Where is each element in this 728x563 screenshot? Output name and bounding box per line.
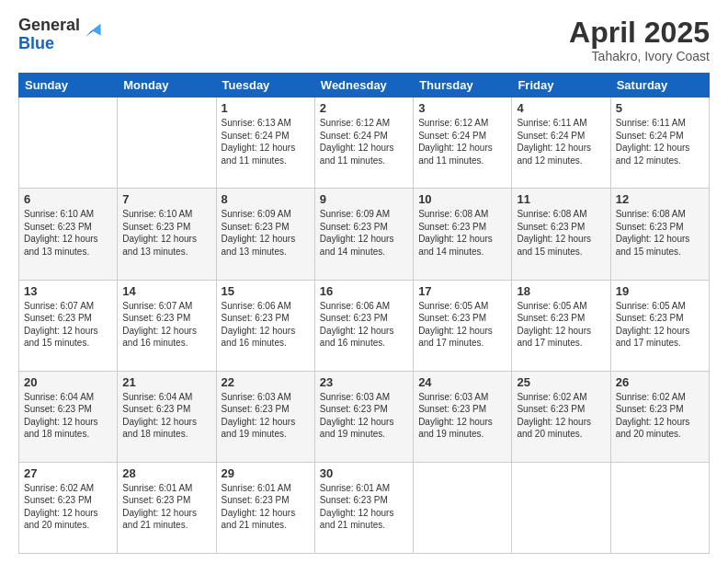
day-info: Sunrise: 6:02 AMSunset: 6:23 PMDaylight:… [24,483,98,531]
day-info: Sunrise: 6:02 AMSunset: 6:23 PMDaylight:… [517,392,591,440]
day-info: Sunrise: 6:08 AMSunset: 6:23 PMDaylight:… [616,209,690,257]
day-cell-26: 26Sunrise: 6:02 AMSunset: 6:23 PMDayligh… [610,371,709,462]
svg-marker-1 [92,23,101,34]
day-number: 25 [517,375,605,389]
day-cell-8: 8Sunrise: 6:09 AMSunset: 6:23 PMDaylight… [216,189,314,280]
logo-blue: Blue [18,35,80,53]
day-number: 9 [320,192,408,206]
day-cell-13: 13Sunrise: 6:07 AMSunset: 6:23 PMDayligh… [19,280,118,371]
day-number: 30 [320,466,408,480]
day-info: Sunrise: 6:03 AMSunset: 6:23 PMDaylight:… [320,392,394,440]
col-tuesday: Tuesday [216,74,314,98]
day-cell-6: 6Sunrise: 6:10 AMSunset: 6:23 PMDaylight… [19,189,118,280]
location-subtitle: Tahakro, Ivory Coast [569,49,710,63]
calendar-table: Sunday Monday Tuesday Wednesday Thursday… [18,73,710,554]
day-cell-29: 29Sunrise: 6:01 AMSunset: 6:23 PMDayligh… [216,462,314,553]
day-number: 1 [222,101,310,115]
day-cell-19: 19Sunrise: 6:05 AMSunset: 6:23 PMDayligh… [610,280,709,371]
day-cell-16: 16Sunrise: 6:06 AMSunset: 6:23 PMDayligh… [314,280,413,371]
day-cell-12: 12Sunrise: 6:08 AMSunset: 6:23 PMDayligh… [610,189,709,280]
day-number: 17 [418,284,506,298]
day-info: Sunrise: 6:03 AMSunset: 6:23 PMDaylight:… [222,392,296,440]
week-row-1: 1Sunrise: 6:13 AMSunset: 6:24 PMDaylight… [19,98,710,189]
day-info: Sunrise: 6:13 AMSunset: 6:24 PMDaylight:… [222,118,296,166]
day-cell-27: 27Sunrise: 6:02 AMSunset: 6:23 PMDayligh… [19,462,118,553]
week-row-3: 13Sunrise: 6:07 AMSunset: 6:23 PMDayligh… [19,280,710,371]
logo-general: General [18,17,80,35]
day-cell-5: 5Sunrise: 6:11 AMSunset: 6:24 PMDaylight… [610,98,709,189]
month-title: April 2025 [569,17,710,49]
day-cell-9: 9Sunrise: 6:09 AMSunset: 6:23 PMDaylight… [314,189,413,280]
day-info: Sunrise: 6:12 AMSunset: 6:24 PMDaylight:… [418,118,493,166]
day-cell-15: 15Sunrise: 6:06 AMSunset: 6:23 PMDayligh… [216,280,314,371]
day-number: 16 [320,284,408,298]
day-info: Sunrise: 6:01 AMSunset: 6:23 PMDaylight:… [222,483,296,531]
week-row-2: 6Sunrise: 6:10 AMSunset: 6:23 PMDaylight… [19,189,710,280]
col-monday: Monday [118,74,216,98]
logo-icon [82,20,102,40]
day-info: Sunrise: 6:11 AMSunset: 6:24 PMDaylight:… [517,118,591,166]
day-number: 27 [24,466,112,480]
day-number: 20 [24,375,112,389]
day-info: Sunrise: 6:05 AMSunset: 6:23 PMDaylight:… [616,301,690,349]
day-cell-22: 22Sunrise: 6:03 AMSunset: 6:23 PMDayligh… [216,371,314,462]
day-cell-1: 1Sunrise: 6:13 AMSunset: 6:24 PMDaylight… [216,98,314,189]
empty-cell-w0-d0 [19,98,118,189]
day-number: 8 [222,192,310,206]
day-info: Sunrise: 6:09 AMSunset: 6:23 PMDaylight:… [320,209,394,257]
empty-cell-w4-d4 [414,462,512,553]
day-cell-25: 25Sunrise: 6:02 AMSunset: 6:23 PMDayligh… [512,371,610,462]
day-cell-7: 7Sunrise: 6:10 AMSunset: 6:23 PMDaylight… [118,189,216,280]
day-cell-24: 24Sunrise: 6:03 AMSunset: 6:23 PMDayligh… [414,371,512,462]
week-row-5: 27Sunrise: 6:02 AMSunset: 6:23 PMDayligh… [19,462,710,553]
day-info: Sunrise: 6:07 AMSunset: 6:23 PMDaylight:… [122,301,197,349]
day-number: 14 [122,284,210,298]
day-cell-11: 11Sunrise: 6:08 AMSunset: 6:23 PMDayligh… [512,189,610,280]
col-sunday: Sunday [19,74,118,98]
day-number: 19 [616,284,704,298]
day-number: 18 [517,284,605,298]
header: General Blue April 2025 Tahakro, Ivory C… [18,17,710,63]
day-info: Sunrise: 6:09 AMSunset: 6:23 PMDaylight:… [222,209,296,257]
day-number: 5 [616,101,704,115]
day-info: Sunrise: 6:04 AMSunset: 6:23 PMDaylight:… [24,392,98,440]
day-cell-21: 21Sunrise: 6:04 AMSunset: 6:23 PMDayligh… [118,371,216,462]
day-info: Sunrise: 6:08 AMSunset: 6:23 PMDaylight:… [418,209,493,257]
day-info: Sunrise: 6:07 AMSunset: 6:23 PMDaylight:… [24,301,98,349]
day-cell-18: 18Sunrise: 6:05 AMSunset: 6:23 PMDayligh… [512,280,610,371]
empty-cell-w4-d5 [512,462,610,553]
day-info: Sunrise: 6:08 AMSunset: 6:23 PMDaylight:… [517,209,591,257]
day-cell-23: 23Sunrise: 6:03 AMSunset: 6:23 PMDayligh… [314,371,413,462]
day-info: Sunrise: 6:05 AMSunset: 6:23 PMDaylight:… [418,301,493,349]
day-info: Sunrise: 6:10 AMSunset: 6:23 PMDaylight:… [24,209,98,257]
day-number: 21 [122,375,210,389]
day-info: Sunrise: 6:06 AMSunset: 6:23 PMDaylight:… [222,301,296,349]
day-cell-4: 4Sunrise: 6:11 AMSunset: 6:24 PMDaylight… [512,98,610,189]
day-info: Sunrise: 6:01 AMSunset: 6:23 PMDaylight:… [320,483,394,531]
day-number: 7 [122,192,210,206]
day-cell-2: 2Sunrise: 6:12 AMSunset: 6:24 PMDaylight… [314,98,413,189]
day-cell-17: 17Sunrise: 6:05 AMSunset: 6:23 PMDayligh… [414,280,512,371]
day-info: Sunrise: 6:03 AMSunset: 6:23 PMDaylight:… [418,392,493,440]
col-friday: Friday [512,74,610,98]
title-block: April 2025 Tahakro, Ivory Coast [569,17,710,63]
day-number: 12 [616,192,704,206]
day-number: 24 [418,375,506,389]
empty-cell-w0-d1 [118,98,216,189]
day-info: Sunrise: 6:04 AMSunset: 6:23 PMDaylight:… [122,392,197,440]
col-thursday: Thursday [414,74,512,98]
weekday-header-row: Sunday Monday Tuesday Wednesday Thursday… [19,74,710,98]
day-cell-30: 30Sunrise: 6:01 AMSunset: 6:23 PMDayligh… [314,462,413,553]
day-number: 4 [517,101,605,115]
day-number: 28 [122,466,210,480]
day-info: Sunrise: 6:02 AMSunset: 6:23 PMDaylight:… [616,392,690,440]
day-info: Sunrise: 6:11 AMSunset: 6:24 PMDaylight:… [616,118,690,166]
day-info: Sunrise: 6:12 AMSunset: 6:24 PMDaylight:… [320,118,394,166]
empty-cell-w4-d6 [610,462,709,553]
day-number: 22 [222,375,310,389]
page: General Blue April 2025 Tahakro, Ivory C… [0,0,728,563]
day-number: 3 [418,101,506,115]
day-number: 11 [517,192,605,206]
day-info: Sunrise: 6:06 AMSunset: 6:23 PMDaylight:… [320,301,394,349]
day-cell-10: 10Sunrise: 6:08 AMSunset: 6:23 PMDayligh… [414,189,512,280]
